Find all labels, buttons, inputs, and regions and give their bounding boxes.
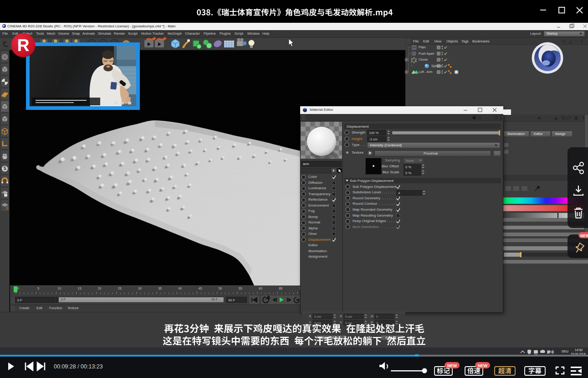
svg-text:NEW: NEW <box>580 233 588 238</box>
